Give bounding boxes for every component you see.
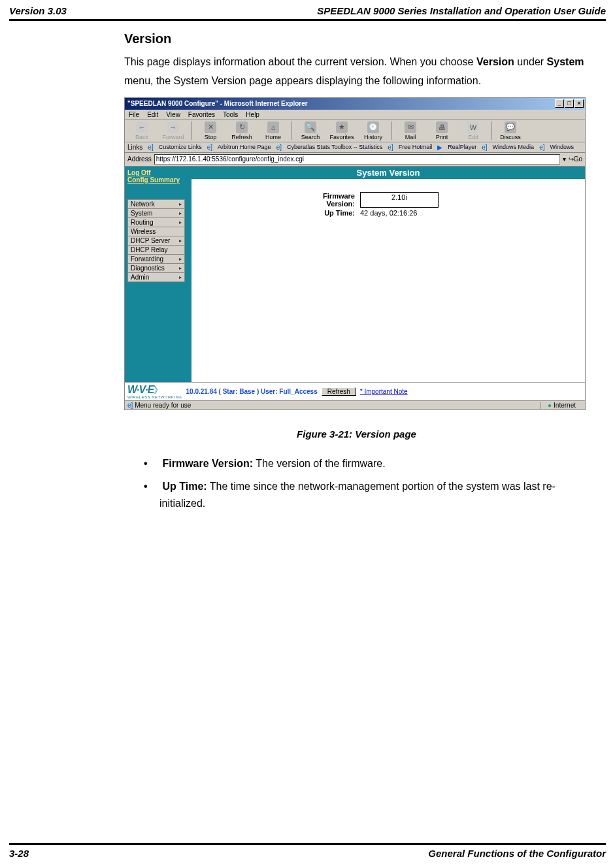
- bullet-term: Firmware Version:: [162, 458, 253, 469]
- ie-icon: e]: [207, 144, 212, 151]
- sidebar-menu: Network▸ System▸ Routing▸ Wireless DHCP …: [125, 186, 191, 382]
- favorites-icon: ★: [336, 121, 348, 133]
- home-icon: ⌂: [267, 121, 279, 133]
- address-label: Address: [127, 155, 152, 163]
- bullet-term: Up Time:: [162, 481, 207, 492]
- footer-rule-thick: [9, 844, 606, 845]
- link-cyberatlas[interactable]: Cyberatlas Stats Toolbox -- Statistics: [287, 144, 382, 150]
- edit-icon: W: [467, 121, 479, 133]
- toolbar-print[interactable]: 🖶Print: [427, 121, 456, 140]
- sidebar-item-admin[interactable]: Admin▸: [127, 272, 185, 282]
- ie-icon: e]: [148, 144, 153, 151]
- sidebar-item-dhcp-server[interactable]: DHCP Server▸: [127, 236, 185, 245]
- toolbar: ←Back →Forward ✕Stop ↻Refresh ⌂Home 🔍Sea…: [125, 120, 585, 142]
- dropdown-icon[interactable]: ▾: [563, 155, 566, 163]
- maximize-button[interactable]: □: [565, 99, 574, 108]
- toolbar-search[interactable]: 🔍Search: [296, 121, 325, 140]
- link-customize[interactable]: Customize Links: [159, 144, 202, 150]
- toolbar-forward[interactable]: →Forward: [159, 121, 188, 140]
- toolbar-refresh[interactable]: ↻Refresh: [227, 121, 256, 140]
- menu-file[interactable]: File: [129, 111, 139, 118]
- statusbar-text: Menu ready for use: [135, 402, 191, 409]
- window-titlebar: "SPEEDLAN 9000 Configure" - Microsoft In…: [125, 98, 585, 110]
- chevron-right-icon: ▸: [179, 210, 182, 216]
- firmware-label: Firmware Version:: [309, 192, 355, 208]
- toolbar-separator: [291, 121, 292, 140]
- menu-tools[interactable]: Tools: [223, 111, 238, 118]
- chevron-right-icon: ▸: [179, 256, 182, 262]
- header-version: Version 3.03: [9, 5, 67, 16]
- header-guide-title: SPEEDLAN 9000 Series Installation and Op…: [317, 5, 606, 16]
- bullet-desc: The version of the firmware.: [253, 458, 385, 469]
- figure-caption: Figure 3-21: Version page: [124, 428, 589, 440]
- toolbar-edit[interactable]: WEdit: [459, 121, 488, 140]
- menubar: File Edit View Favorites Tools Help: [125, 110, 585, 120]
- window-title: "SPEEDLAN 9000 Configure" - Microsoft In…: [127, 100, 308, 107]
- menu-favorites[interactable]: Favorites: [188, 111, 215, 118]
- bullet-uptime: Up Time: The time since the network-mana…: [159, 478, 589, 511]
- sidebar-item-diagnostics[interactable]: Diagnostics▸: [127, 263, 185, 272]
- refresh-button[interactable]: Refresh: [322, 387, 356, 396]
- chevron-right-icon: ▸: [179, 265, 182, 271]
- back-icon: ←: [136, 121, 148, 133]
- sidebar-item-forwarding[interactable]: Forwarding▸: [127, 254, 185, 263]
- mail-icon: ✉: [405, 121, 416, 133]
- chevron-right-icon: ▸: [179, 274, 182, 280]
- close-button[interactable]: ×: [574, 99, 584, 108]
- uptime-value: 42 days, 02:16:26: [360, 209, 439, 217]
- toolbar-separator: [391, 121, 392, 140]
- toolbar-stop[interactable]: ✕Stop: [196, 121, 225, 140]
- intro-paragraph: This page displays information about the…: [124, 53, 589, 91]
- main-content: System Version Firmware Version: 2.10i U…: [191, 167, 585, 382]
- toolbar-separator: [491, 121, 492, 140]
- status-text: 10.0.21.84 ( Star: Base ) User: Full_Acc…: [186, 388, 318, 395]
- sidebar-item-dhcp-relay[interactable]: DHCP Relay: [127, 245, 185, 254]
- intro-bold-version: Version: [476, 56, 514, 67]
- menu-help[interactable]: Help: [246, 111, 259, 118]
- toolbar-discuss[interactable]: 💬Discuss: [496, 121, 525, 140]
- intro-bold-system: System: [547, 56, 584, 67]
- toolbar-back[interactable]: ←Back: [127, 121, 156, 140]
- chevron-right-icon: ▸: [179, 201, 182, 207]
- bullet-firmware: Firmware Version: The version of the fir…: [159, 455, 589, 472]
- print-icon: 🖶: [436, 121, 448, 133]
- link-winmedia[interactable]: Windows Media: [493, 144, 535, 150]
- globe-icon: ●: [548, 402, 552, 409]
- logoff-link[interactable]: Log Off: [127, 169, 189, 176]
- linksbar-label: Links: [127, 144, 142, 151]
- minimize-button[interactable]: _: [555, 99, 564, 108]
- toolbar-separator: [191, 121, 192, 140]
- menu-view[interactable]: View: [166, 111, 180, 118]
- chevron-right-icon: ▸: [179, 219, 182, 225]
- page-footer-bar: W·V·E》 WIRELESS NETWORKING 10.0.21.84 ( …: [125, 382, 585, 400]
- statusbar: e] Menu ready for use ●Internet: [125, 400, 585, 410]
- toolbar-history[interactable]: 🕘History: [359, 121, 388, 140]
- toolbar-mail[interactable]: ✉Mail: [396, 121, 425, 140]
- link-realplayer[interactable]: RealPlayer: [448, 144, 476, 150]
- config-summary-link[interactable]: Config Summary: [127, 176, 189, 184]
- toolbar-favorites[interactable]: ★Favorites: [327, 121, 356, 140]
- sidebar: Log Off Config Summary Network▸ System▸ …: [125, 167, 191, 382]
- toolbar-home[interactable]: ⌂Home: [259, 121, 288, 140]
- section-title: Version: [124, 31, 589, 46]
- search-icon: 🔍: [305, 121, 316, 133]
- intro-text: under: [514, 56, 547, 67]
- discuss-icon: 💬: [505, 121, 516, 133]
- sidebar-item-system[interactable]: System▸: [127, 208, 185, 217]
- sidebar-item-network[interactable]: Network▸: [127, 199, 185, 208]
- link-arbitron[interactable]: Arbitron Home Page: [218, 144, 271, 150]
- address-bar: Address ▾ ↪Go: [125, 153, 585, 167]
- link-windows[interactable]: Windows: [550, 144, 574, 150]
- intro-text: menu, the System Version page appears di…: [124, 75, 481, 86]
- important-note-link[interactable]: * Important Note: [360, 388, 408, 395]
- page-number: 3-28: [9, 848, 29, 859]
- firmware-value: 2.10i: [360, 192, 439, 208]
- go-button[interactable]: ↪Go: [569, 155, 582, 163]
- history-icon: 🕘: [367, 121, 379, 133]
- link-hotmail[interactable]: Free Hotmail: [399, 144, 433, 150]
- sidebar-item-wireless[interactable]: Wireless: [127, 227, 185, 236]
- sidebar-item-routing[interactable]: Routing▸: [127, 217, 185, 227]
- menu-edit[interactable]: Edit: [147, 111, 158, 118]
- screenshot-window: "SPEEDLAN 9000 Configure" - Microsoft In…: [124, 97, 586, 410]
- address-input[interactable]: [154, 154, 560, 165]
